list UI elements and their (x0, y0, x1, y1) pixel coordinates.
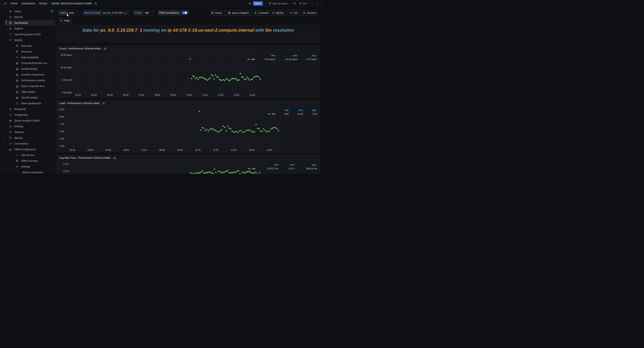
breadcrumb-item[interactable]: Home (11, 2, 18, 5)
legend-sort-max[interactable]: max (278, 163, 294, 167)
link-button-mysql[interactable]: MySQL (270, 10, 286, 16)
sidebar-item-innodb-details[interactable]: InnoDB details (0, 66, 56, 72)
breadcrumb-item[interactable]: MySQL Wait Event Analyses Details (52, 2, 92, 5)
plus-icon (16, 154, 18, 157)
dashboard-canvas: Interval auto Service Name ps_8.0_3.19.2… (57, 7, 322, 174)
collapse-toolbar-button[interactable] (315, 1, 320, 5)
sidebar-item-performance-schema[interactable]: Performance schema (0, 77, 56, 83)
sidebar-item-explore[interactable]: Explore (0, 26, 56, 31)
link-button-services[interactable]: Services (302, 10, 318, 16)
sidebar-item-mysql[interactable]: MySQL (0, 37, 56, 43)
pmm-annotations-toggle[interactable] (182, 11, 187, 14)
event-select[interactable]: idle (144, 10, 154, 16)
sidebar-item-query-analytics-qan[interactable]: Query Analytics (QAN) (0, 118, 56, 124)
legend-sort-min[interactable]: min (276, 108, 289, 112)
breadcrumb-item[interactable]: Dashboards (22, 2, 35, 5)
legend-sort-avg[interactable]: avg › (294, 163, 317, 167)
sidebar-item-overview[interactable]: Overview (0, 43, 56, 49)
chevron-down-icon[interactable] (8, 166, 12, 168)
chevron-right-icon[interactable] (2, 131, 6, 133)
chevron-right-icon[interactable] (2, 114, 6, 116)
svg-text:03:00: 03:00 (76, 94, 81, 96)
sidebar-item-dashboards[interactable]: Dashboards (0, 20, 56, 26)
sidebar-item-other-dashboards[interactable]: Other dashboards (0, 101, 56, 106)
breadcrumb-separator: › (18, 2, 22, 5)
warning-icon[interactable] (102, 102, 105, 105)
legend-sort-max[interactable]: max (276, 54, 297, 57)
warning-icon[interactable] (113, 156, 116, 159)
favorite-star-button[interactable] (94, 1, 98, 5)
chevron-right-icon[interactable] (8, 160, 12, 162)
sidebar-item-backup[interactable]: Backup (0, 135, 56, 141)
legend-series[interactable]: idle (247, 58, 255, 61)
legend-sort-min[interactable]: min (255, 54, 276, 57)
apps-icon (9, 21, 12, 24)
chevron-right-icon[interactable] (2, 125, 6, 128)
chevron-right-icon[interactable] (2, 22, 6, 24)
sidebar-item-pmm-configuration[interactable]: PMM Configuration (0, 147, 56, 152)
legend-sort-max[interactable]: max (289, 108, 303, 112)
service-name-select[interactable]: ps_8.0_3.19.228.7_1 (102, 10, 130, 16)
chevron-right-icon[interactable] (2, 137, 6, 139)
sidebar-item-pmm-inventory[interactable]: PMM Inventory (0, 158, 56, 164)
link-icon (9, 142, 12, 145)
refresh-picker[interactable]: 1m (298, 1, 311, 5)
panel-header[interactable]: Load - Performance Schema Waits (59, 102, 105, 105)
sidebar-item-label: Metrics Resolution (22, 171, 43, 174)
panel-count-performance-schema-waits: Count - Performance Schema Waits03:0004:… (57, 45, 320, 98)
legend-series[interactable]: idle (268, 113, 276, 115)
zoom-out-button[interactable] (292, 1, 297, 5)
sidebar-item-command-handler-cou[interactable]: Command/Handler cou... (0, 60, 56, 66)
advisor-icon (9, 131, 12, 134)
sidebar-item-settings[interactable]: Settings (0, 164, 56, 170)
legend-sort-avg[interactable]: avg › (297, 54, 317, 57)
sidebar-item-table-details[interactable]: Table details (0, 89, 56, 95)
chevron-right-icon[interactable] (2, 143, 6, 145)
interval-select[interactable]: auto (67, 10, 80, 16)
menu-toggle-button[interactable] (3, 1, 8, 5)
warning-icon[interactable] (104, 47, 106, 50)
sidebar-item-starred[interactable]: Starred (0, 14, 56, 20)
sidebar-item-summary[interactable]: Summary (0, 49, 56, 54)
breadcrumb-item[interactable]: MySQL (39, 2, 48, 5)
panel-header[interactable]: Avg Wait Time - Performance Schema Waits (59, 156, 116, 159)
sidebar-item-alerting[interactable]: Alerting (0, 124, 56, 129)
link-button-compare[interactable]: Compare (254, 10, 269, 16)
sidebar-item-connections[interactable]: Connections (0, 141, 56, 147)
sidebar-item-mongodb[interactable]: MongoDB (0, 106, 56, 112)
sidebar-item-tokudb-details[interactable]: TokuDB details (0, 95, 56, 101)
chevron-down-icon[interactable] (2, 148, 6, 151)
chevron-down-icon[interactable] (2, 39, 6, 41)
chevron-right-icon[interactable] (8, 56, 12, 58)
sidebar-item-high-availability[interactable]: High availability (0, 54, 56, 60)
link-button-ha[interactable]: HA (287, 10, 300, 16)
chevron-right-icon[interactable] (2, 33, 6, 35)
sidebar-item-postgresql[interactable]: PostgreSQL (0, 112, 56, 118)
sidebar-item-innodb-compression[interactable]: InnoDB compression (0, 72, 56, 77)
svg-text:05:00: 05:00 (107, 94, 113, 96)
angle-right-icon (9, 160, 11, 162)
link-button-query-analytics[interactable]: Query Analytics (224, 10, 253, 16)
sidebar-item-label: PostgreSQL (14, 113, 28, 116)
panel-header[interactable]: Count - Performance Schema Waits (59, 47, 106, 50)
legend-sort-min[interactable]: min (256, 163, 278, 167)
home-icon (9, 10, 12, 13)
sidebar-item-advisors[interactable]: Advisors (0, 129, 56, 135)
sidebar-item-home[interactable]: Home (0, 8, 56, 14)
time-range-picker[interactable]: Last 12 hours (267, 1, 292, 5)
legend-series[interactable]: idle (248, 167, 256, 170)
sitemap-icon (16, 90, 18, 93)
dashboard-settings-button[interactable] (248, 1, 252, 5)
dock-sidebar-button[interactable] (51, 10, 54, 12)
legend-sort-avg[interactable]: avg › (303, 108, 317, 112)
sidebar-item-operating-system-os[interactable]: Operating System (OS) (0, 31, 56, 37)
svg-text:1.00 s: 1.00 s (63, 170, 69, 173)
share-button[interactable]: Share (253, 1, 263, 5)
sidebar-item-metrics-resolution[interactable]: Metrics Resolution (0, 170, 56, 174)
pmm-link-button[interactable]: PMM (58, 18, 72, 23)
sidebar-item-add-service[interactable]: Add Service (0, 152, 56, 158)
sidebar-item-query-response-time[interactable]: Query response time (0, 83, 56, 89)
warning-icon (113, 156, 116, 159)
chevron-right-icon[interactable] (2, 108, 6, 110)
link-button-home[interactable]: Home (210, 10, 222, 16)
